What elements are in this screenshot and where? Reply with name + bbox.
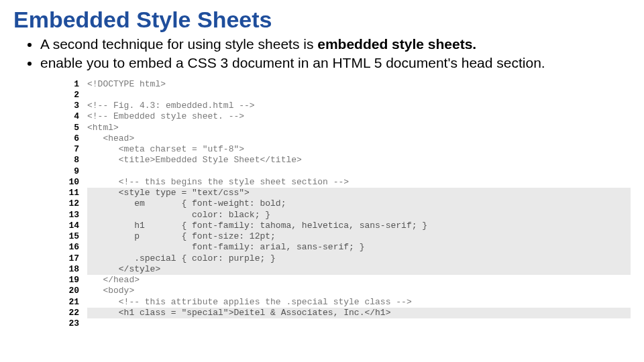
- bullet-text: enable you to embed a CSS 3 document in …: [40, 55, 545, 70]
- code-text: <style type = "text/css">: [87, 188, 631, 198]
- code-row: 19 </head>: [60, 275, 631, 286]
- line-number: 15: [60, 231, 87, 242]
- code-text: h1 { font-family: tahoma, helvetica, san…: [87, 221, 631, 231]
- line-number: 9: [60, 166, 87, 177]
- line-number: 14: [60, 221, 87, 231]
- code-row: 13 color: black; }: [60, 210, 631, 221]
- line-number: 13: [60, 210, 87, 221]
- code-row: 9: [60, 166, 631, 177]
- code-text: <body>: [87, 286, 631, 296]
- line-number: 23: [60, 318, 87, 329]
- code-row: 12 em { font-weight: bold;: [60, 198, 631, 209]
- code-text: <!-- this begins the style sheet section…: [87, 177, 631, 188]
- code-row: 23: [60, 318, 631, 329]
- bullet-list: A second technique for using style sheet…: [40, 36, 631, 72]
- line-number: 7: [60, 144, 87, 155]
- line-number: 17: [60, 253, 87, 264]
- code-text: .special { color: purple; }: [87, 253, 631, 264]
- line-number: 18: [60, 264, 87, 275]
- code-text: <!DOCTYPE html>: [87, 79, 631, 90]
- line-number: 5: [60, 123, 87, 133]
- code-text: <!-- Embedded style sheet. -->: [87, 111, 631, 122]
- code-text: p { font-size: 12pt;: [87, 231, 631, 242]
- bullet-bold: embedded style sheets.: [317, 36, 476, 52]
- code-text: </head>: [87, 275, 631, 286]
- code-row: 6 <head>: [60, 133, 631, 144]
- bullet-text: A second technique for using style sheet…: [40, 36, 317, 52]
- code-text: <html>: [87, 123, 631, 133]
- line-number: 12: [60, 198, 87, 209]
- line-number: 6: [60, 133, 87, 144]
- line-number: 22: [60, 308, 87, 318]
- bullet-item: enable you to embed a CSS 3 document in …: [40, 54, 631, 72]
- code-text: <title>Embedded Style Sheet</title>: [87, 155, 631, 166]
- line-number: 19: [60, 275, 87, 286]
- code-row: 11 <style type = "text/css">: [60, 188, 631, 198]
- code-text: <h1 class = "special">Deitel & Associate…: [87, 308, 631, 318]
- code-row: 5<html>: [60, 123, 631, 133]
- line-number: 3: [60, 101, 87, 111]
- line-number: 1: [60, 79, 87, 90]
- line-number: 8: [60, 155, 87, 166]
- code-row: 17 .special { color: purple; }: [60, 253, 631, 264]
- code-text: <!-- this attribute applies the .special…: [87, 297, 631, 308]
- code-listing: 1<!DOCTYPE html> 2 3<!-- Fig. 4.3: embed…: [60, 79, 631, 330]
- line-number: 10: [60, 177, 87, 188]
- code-text: <!-- Fig. 4.3: embedded.html -->: [87, 101, 631, 111]
- line-number: 4: [60, 111, 87, 122]
- code-row: 21 <!-- this attribute applies the .spec…: [60, 297, 631, 308]
- code-row: 15 p { font-size: 12pt;: [60, 231, 631, 242]
- code-row: 18 </style>: [60, 264, 631, 275]
- code-row: 3<!-- Fig. 4.3: embedded.html -->: [60, 101, 631, 111]
- code-row: 1<!DOCTYPE html>: [60, 79, 631, 90]
- code-row: 10 <!-- this begins the style sheet sect…: [60, 177, 631, 188]
- code-text: </style>: [87, 264, 631, 275]
- code-row: 16 font-family: arial, sans-serif; }: [60, 242, 631, 253]
- line-number: 20: [60, 286, 87, 296]
- code-row: 20 <body>: [60, 286, 631, 296]
- code-text: <meta charset = "utf-8">: [87, 144, 631, 155]
- code-row: 8 <title>Embedded Style Sheet</title>: [60, 155, 631, 166]
- code-text: <head>: [87, 133, 631, 144]
- code-row: 4<!-- Embedded style sheet. -->: [60, 111, 631, 122]
- code-row: 14 h1 { font-family: tahoma, helvetica, …: [60, 221, 631, 231]
- code-text: color: black; }: [87, 210, 631, 221]
- line-number: 16: [60, 242, 87, 253]
- code-row: 7 <meta charset = "utf-8">: [60, 144, 631, 155]
- bullet-item: A second technique for using style sheet…: [40, 36, 631, 53]
- line-number: 21: [60, 297, 87, 308]
- code-text: font-family: arial, sans-serif; }: [87, 242, 631, 253]
- code-text: em { font-weight: bold;: [87, 198, 631, 209]
- code-row: 22 <h1 class = "special">Deitel & Associ…: [60, 308, 631, 318]
- slide-title: Embedded Style Sheets: [13, 7, 631, 33]
- code-row: 2: [60, 90, 631, 101]
- line-number: 2: [60, 90, 87, 101]
- line-number: 11: [60, 188, 87, 198]
